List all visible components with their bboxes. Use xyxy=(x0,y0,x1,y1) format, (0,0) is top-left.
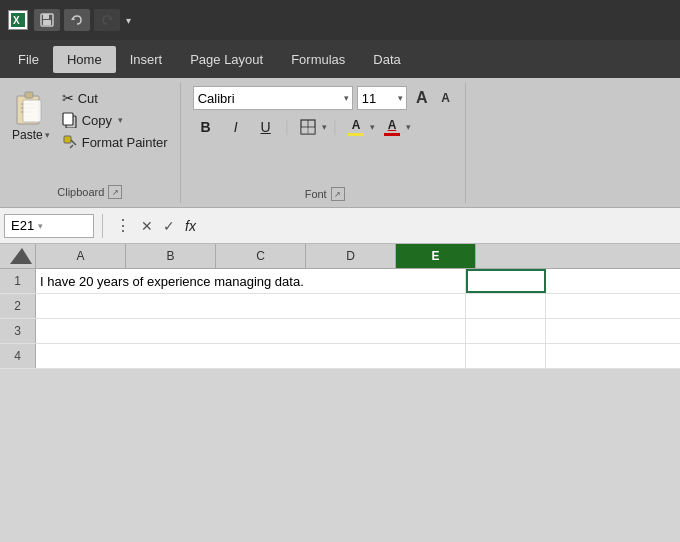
clipboard-expand-button[interactable]: ↗ xyxy=(108,185,122,199)
increase-font-button[interactable]: A xyxy=(411,87,433,109)
cut-label: Cut xyxy=(78,91,98,106)
menu-bar: File Home Insert Page Layout Formulas Da… xyxy=(0,40,680,78)
menu-home[interactable]: Home xyxy=(53,46,116,73)
format-painter-label: Format Painter xyxy=(82,135,168,150)
menu-file[interactable]: File xyxy=(4,46,53,73)
svg-rect-3 xyxy=(43,14,49,19)
menu-insert[interactable]: Insert xyxy=(116,46,177,73)
row-num-4: 4 xyxy=(0,344,36,368)
format-painter-button[interactable]: Format Painter xyxy=(58,132,172,152)
svg-rect-15 xyxy=(64,136,71,143)
column-headers: A B C D E xyxy=(0,244,680,269)
col-d-label: D xyxy=(346,249,355,263)
select-all-icon[interactable] xyxy=(0,244,36,268)
title-bar: X ▾ xyxy=(0,0,680,40)
format-painter-icon xyxy=(62,134,78,150)
cell-e2[interactable] xyxy=(466,294,546,318)
fill-color-button[interactable]: A xyxy=(343,114,369,140)
font-group-label: Font xyxy=(305,188,327,200)
grid-row-3: 3 xyxy=(0,319,680,344)
font-expand-button[interactable]: ↗ xyxy=(331,187,345,201)
font-color-wrap: A ▾ xyxy=(379,114,411,140)
svg-line-16 xyxy=(71,140,76,145)
paste-button[interactable]: Paste ▾ xyxy=(8,86,54,144)
grid-row-1: 1 I have 20 years of experience managing… xyxy=(0,269,680,294)
font-size-select[interactable]: 11 xyxy=(357,86,407,110)
quick-access-dropdown[interactable]: ▾ xyxy=(126,15,131,26)
col-header-d[interactable]: D xyxy=(306,244,396,268)
row-num-3: 3 xyxy=(0,319,36,343)
cell-e4[interactable] xyxy=(466,344,546,368)
decrease-font-button[interactable]: A xyxy=(435,87,457,109)
menu-formulas[interactable]: Formulas xyxy=(277,46,359,73)
cell-a2[interactable] xyxy=(36,294,466,318)
cell-a4[interactable] xyxy=(36,344,466,368)
svg-rect-4 xyxy=(43,20,51,25)
formula-dots-button[interactable]: ⋮ xyxy=(111,216,135,235)
formula-bar: E21 ▾ ⋮ ✕ ✓ fx xyxy=(0,208,680,244)
save-button[interactable] xyxy=(34,9,60,31)
col-c-label: C xyxy=(256,249,265,263)
cell-ref-arrow[interactable]: ▾ xyxy=(38,221,43,231)
cell-e1[interactable] xyxy=(466,269,546,293)
copy-icon xyxy=(62,112,78,128)
grid-row-2: 2 xyxy=(0,294,680,319)
underline-button[interactable]: U xyxy=(253,114,279,140)
cell-a3[interactable] xyxy=(36,319,466,343)
grid-row-4: 4 xyxy=(0,344,680,369)
cell-a1[interactable]: I have 20 years of experience managing d… xyxy=(36,269,466,293)
col-header-e[interactable]: E xyxy=(396,244,476,268)
font-name-select[interactable]: Calibri xyxy=(193,86,353,110)
row-num-1: 1 xyxy=(0,269,36,293)
italic-button[interactable]: I xyxy=(223,114,249,140)
row-num-2: 2 xyxy=(0,294,36,318)
paste-icon xyxy=(13,88,49,128)
col-e-label: E xyxy=(431,249,439,263)
menu-page-layout[interactable]: Page Layout xyxy=(176,46,277,73)
fill-color-indicator xyxy=(348,133,364,136)
svg-rect-21 xyxy=(301,128,315,134)
undo-button[interactable] xyxy=(64,9,90,31)
cell-reference-box[interactable]: E21 ▾ xyxy=(4,214,94,238)
row-num-header-corner xyxy=(0,244,36,268)
col-header-c[interactable]: C xyxy=(216,244,306,268)
formula-cancel-button[interactable]: ✕ xyxy=(139,218,155,234)
bold-button[interactable]: B xyxy=(193,114,219,140)
separator1: | xyxy=(285,118,289,136)
font-color-button[interactable]: A xyxy=(379,114,405,140)
redo-button[interactable] xyxy=(94,9,120,31)
paste-dropdown-arrow[interactable]: ▾ xyxy=(45,130,50,140)
app-icon: X xyxy=(8,10,28,30)
fill-color-wrap: A ▾ xyxy=(343,114,375,140)
formula-confirm-button[interactable]: ✓ xyxy=(161,218,177,234)
ribbon: Paste ▾ ✂ Cut xyxy=(0,78,680,208)
clipboard-commands: ✂ Cut Copy ▾ xyxy=(58,88,172,152)
borders-button[interactable] xyxy=(295,114,321,140)
insert-function-button[interactable]: fx xyxy=(183,218,198,234)
copy-button[interactable]: Copy ▾ xyxy=(58,110,172,130)
quick-access-toolbar: ▾ xyxy=(34,9,131,31)
svg-text:X: X xyxy=(13,15,20,26)
underline-button-wrap: U xyxy=(253,114,279,140)
cut-button[interactable]: ✂ Cut xyxy=(58,88,172,108)
copy-dropdown-arrow[interactable]: ▾ xyxy=(118,115,123,125)
font-name-selector[interactable]: Calibri ▾ xyxy=(193,86,353,110)
menu-data[interactable]: Data xyxy=(359,46,414,73)
formula-separator xyxy=(102,214,103,238)
svg-line-17 xyxy=(70,145,73,148)
spreadsheet: A B C D E 1 I have 20 years of experienc… xyxy=(0,244,680,369)
col-a-label: A xyxy=(76,249,84,263)
col-b-label: B xyxy=(166,249,174,263)
fill-color-arrow[interactable]: ▾ xyxy=(370,122,375,132)
formula-input[interactable] xyxy=(202,214,676,238)
borders-arrow[interactable]: ▾ xyxy=(322,122,327,132)
separator2: | xyxy=(333,118,337,136)
col-header-a[interactable]: A xyxy=(36,244,126,268)
col-header-b[interactable]: B xyxy=(126,244,216,268)
cell-e3[interactable] xyxy=(466,319,546,343)
clipboard-group: Paste ▾ ✂ Cut xyxy=(0,82,181,203)
font-size-selector[interactable]: 11 ▾ xyxy=(357,86,407,110)
formula-buttons: ✕ ✓ fx xyxy=(139,218,198,234)
font-color-arrow[interactable]: ▾ xyxy=(406,122,411,132)
svg-rect-12 xyxy=(23,100,41,122)
